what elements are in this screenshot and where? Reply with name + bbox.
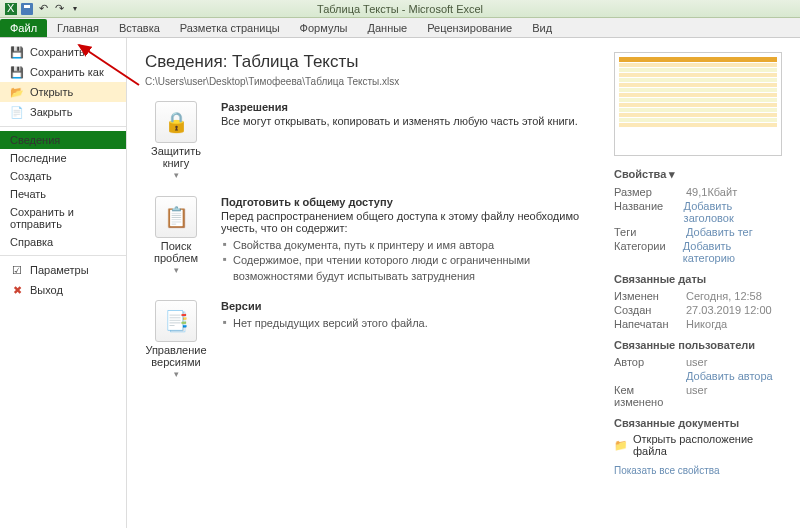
tab-layout[interactable]: Разметка страницы (170, 19, 290, 37)
window-title: Таблица Тексты - Microsoft Excel (317, 3, 483, 15)
title-bar: X ↶ ↷ ▾ Таблица Тексты - Microsoft Excel (0, 0, 800, 18)
file-path: C:\Users\user\Desktop\Тимофеева\Таблица … (145, 76, 596, 87)
show-all-properties[interactable]: Показать все свойства (614, 465, 782, 476)
properties-heading[interactable]: Свойства ▾ (614, 168, 782, 181)
redo-icon[interactable]: ↷ (52, 2, 66, 16)
tab-home[interactable]: Главная (47, 19, 109, 37)
sidebar-new[interactable]: Создать (0, 167, 126, 185)
svg-text:X: X (7, 3, 15, 14)
versions-card: 📑 Управление версиями ▾ Версии Нет преды… (145, 300, 596, 379)
protect-workbook-button[interactable]: 🔒 Защитить книгу ▾ (145, 101, 207, 180)
svg-rect-3 (24, 5, 30, 8)
undo-icon[interactable]: ↶ (36, 2, 50, 16)
tab-formulas[interactable]: Формулы (290, 19, 358, 37)
sidebar-recent[interactable]: Последние (0, 149, 126, 167)
separator (0, 255, 126, 256)
permissions-body: Разрешения Все могут открывать, копирова… (221, 101, 596, 180)
inspect-icon: 📋 (155, 196, 197, 238)
lock-icon: 🔒 (155, 101, 197, 143)
sidebar-help[interactable]: Справка (0, 233, 126, 251)
check-issues-button[interactable]: 📋 Поиск проблем ▾ (145, 196, 207, 284)
info-heading: Сведения: Таблица Тексты (145, 52, 596, 72)
tab-data[interactable]: Данные (357, 19, 417, 37)
backstage-content: Сведения: Таблица Тексты C:\Users\user\D… (127, 38, 800, 528)
info-panel: Сведения: Таблица Тексты C:\Users\user\D… (145, 52, 596, 514)
sidebar-print[interactable]: Печать (0, 185, 126, 203)
sidebar-open[interactable]: 📂Открыть (0, 82, 126, 102)
sidebar-close[interactable]: 📄Закрыть (0, 102, 126, 122)
add-category-link[interactable]: Добавить категорию (683, 240, 782, 264)
folder-icon: 📁 (614, 439, 628, 452)
separator (0, 126, 126, 127)
sidebar-info[interactable]: Сведения (0, 131, 126, 149)
versions-icon: 📑 (155, 300, 197, 342)
add-author-link[interactable]: Добавить автора (686, 370, 773, 382)
tab-view[interactable]: Вид (522, 19, 562, 37)
sidebar-save[interactable]: 💾Сохранить (0, 42, 126, 62)
tab-review[interactable]: Рецензирование (417, 19, 522, 37)
prepare-body: Подготовить к общему доступу Перед распр… (221, 196, 596, 284)
sidebar-options[interactable]: ☑Параметры (0, 260, 126, 280)
folder-open-icon: 📂 (10, 85, 24, 99)
add-title-link[interactable]: Добавить заголовок (684, 200, 782, 224)
open-file-location[interactable]: 📁Открыть расположение файла (614, 433, 782, 457)
backstage-sidebar: 💾Сохранить 💾Сохранить как 📂Открыть 📄Закр… (0, 38, 127, 528)
manage-versions-button[interactable]: 📑 Управление версиями ▾ (145, 300, 207, 379)
permissions-card: 🔒 Защитить книгу ▾ Разрешения Все могут … (145, 101, 596, 180)
qat-dropdown-icon[interactable]: ▾ (68, 2, 82, 16)
excel-icon: X (4, 2, 18, 16)
dates-heading: Связанные даты (614, 273, 782, 285)
prepare-share-card: 📋 Поиск проблем ▾ Подготовить к общему д… (145, 196, 596, 284)
people-heading: Связанные пользователи (614, 339, 782, 351)
properties-panel: Свойства ▾ Размер49,1Кбайт НазваниеДобав… (614, 52, 782, 514)
versions-body: Версии Нет предыдущих версий этого файла… (221, 300, 596, 379)
related-docs-heading: Связанные документы (614, 417, 782, 429)
sidebar-share[interactable]: Сохранить и отправить (0, 203, 126, 233)
close-icon: 📄 (10, 105, 24, 119)
add-tags-link[interactable]: Добавить тег (686, 226, 753, 238)
ribbon-tabs: Файл Главная Вставка Разметка страницы Ф… (0, 18, 800, 38)
save-as-icon: 💾 (10, 65, 24, 79)
svg-rect-2 (21, 3, 33, 15)
sidebar-save-as[interactable]: 💾Сохранить как (0, 62, 126, 82)
sidebar-exit[interactable]: ✖Выход (0, 280, 126, 300)
exit-icon: ✖ (10, 283, 24, 297)
tab-insert[interactable]: Вставка (109, 19, 170, 37)
save-icon: 💾 (10, 45, 24, 59)
tab-file[interactable]: Файл (0, 19, 47, 37)
quick-access-toolbar: X ↶ ↷ ▾ (4, 2, 82, 16)
options-icon: ☑ (10, 263, 24, 277)
document-thumbnail[interactable] (614, 52, 782, 156)
save-icon[interactable] (20, 2, 34, 16)
backstage-view: 💾Сохранить 💾Сохранить как 📂Открыть 📄Закр… (0, 38, 800, 528)
